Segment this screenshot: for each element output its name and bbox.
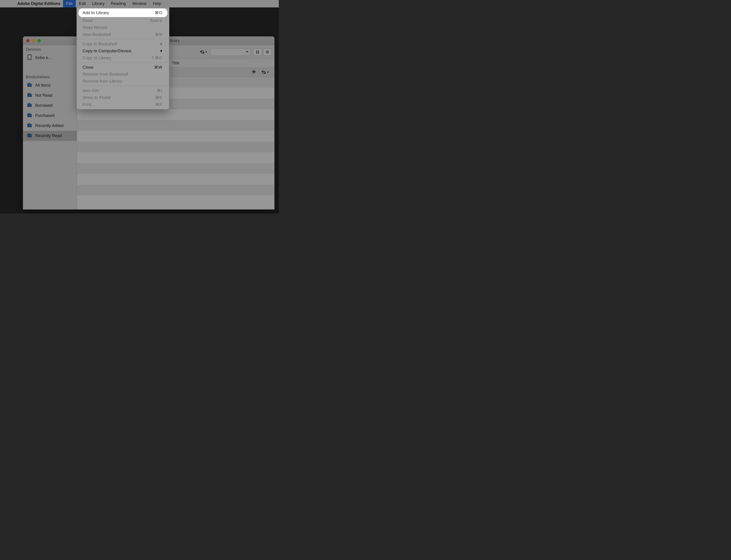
fullscreen-window-button[interactable] bbox=[37, 39, 41, 42]
list-view-button[interactable] bbox=[263, 48, 272, 56]
menu-item-label: Print... bbox=[83, 102, 95, 107]
sidebar-item-label: Borrowed bbox=[35, 103, 53, 108]
sidebar-item-purchased[interactable]: Purchased bbox=[23, 111, 77, 121]
grid-view-button[interactable] bbox=[253, 48, 262, 56]
table-row[interactable] bbox=[77, 152, 274, 163]
sidebar-item-label: Recently Added bbox=[35, 123, 64, 128]
menu-help[interactable]: Help bbox=[150, 0, 164, 7]
menu-shortcut: Space bbox=[150, 18, 162, 23]
bookshelf-icon bbox=[27, 133, 32, 139]
bookshelf-icon bbox=[27, 92, 32, 98]
svg-rect-23 bbox=[256, 52, 257, 53]
sidebar-item-recently-added[interactable]: Recently Added bbox=[23, 121, 77, 131]
sidebar: Devices Kobo e… Bookshelves All Items No… bbox=[23, 45, 77, 209]
menu-item-copy-to-computer-device[interactable]: Copy to Computer/Device bbox=[77, 47, 169, 54]
svg-rect-12 bbox=[28, 114, 29, 117]
svg-point-2 bbox=[29, 59, 30, 59]
gear-menu-button[interactable]: ▼ bbox=[200, 50, 208, 55]
menu-shortcut: ⌘P bbox=[155, 102, 162, 107]
menu-item-print: Print... ⌘P bbox=[77, 101, 169, 108]
svg-rect-29 bbox=[252, 71, 256, 72]
menu-shortcut: ⌘O bbox=[155, 10, 162, 15]
svg-rect-6 bbox=[28, 94, 29, 97]
sidebar-item-not-read[interactable]: Not Read bbox=[23, 90, 77, 101]
table-row[interactable] bbox=[77, 163, 274, 174]
menu-item-label: Show In Finder bbox=[83, 95, 111, 100]
menu-window[interactable]: Window bbox=[129, 0, 150, 7]
sidebar-item-label: Not Read bbox=[35, 93, 52, 98]
svg-rect-20 bbox=[31, 134, 32, 137]
menu-item-label: Read bbox=[83, 18, 93, 23]
gear-menu-button-secondary[interactable]: ▼ bbox=[261, 70, 269, 75]
menu-item-add-to-library[interactable]: Add to Library ⌘O bbox=[79, 9, 167, 17]
sidebar-item-label: Purchased bbox=[35, 113, 55, 118]
menu-item-copy-to-library: Copy to Library ⇧⌘O bbox=[77, 54, 169, 61]
ereader-icon bbox=[27, 54, 32, 61]
table-row[interactable] bbox=[77, 195, 274, 206]
menu-item-label: Copy to Bookshelf bbox=[83, 42, 117, 46]
svg-rect-3 bbox=[28, 83, 29, 87]
add-button[interactable] bbox=[252, 69, 256, 75]
chevron-down-icon bbox=[246, 51, 249, 53]
svg-rect-18 bbox=[28, 134, 29, 137]
svg-rect-25 bbox=[266, 51, 269, 51]
menu-item-close[interactable]: Close ⌘W bbox=[77, 64, 169, 71]
menu-item-label: Remove from Library bbox=[83, 79, 122, 84]
svg-rect-10 bbox=[29, 103, 30, 107]
sidebar-item-recently-read[interactable]: Recently Read bbox=[23, 131, 77, 141]
svg-rect-13 bbox=[29, 113, 30, 117]
table-row[interactable] bbox=[77, 174, 274, 185]
sidebar-device-item[interactable]: Kobo e… bbox=[23, 53, 77, 63]
svg-rect-26 bbox=[266, 52, 269, 52]
sidebar-bookshelves-header: Bookshelves bbox=[23, 73, 77, 80]
submenu-arrow-icon bbox=[161, 43, 162, 45]
svg-rect-4 bbox=[29, 83, 30, 87]
menu-item-new-bookshelf: New Bookshelf ⌘N bbox=[77, 31, 169, 38]
svg-rect-17 bbox=[31, 124, 32, 127]
bookshelf-icon bbox=[27, 123, 32, 129]
svg-rect-27 bbox=[266, 53, 269, 53]
mac-menu-bar: Adobe Digital Editions File Edit Library… bbox=[0, 0, 279, 7]
table-row[interactable] bbox=[77, 109, 274, 120]
menu-shortcut: ⇧⌘O bbox=[151, 55, 162, 60]
svg-rect-14 bbox=[31, 114, 32, 117]
sidebar-item-label: Recently Read bbox=[35, 133, 62, 138]
sidebar-item-borrowed[interactable]: Borrowed bbox=[23, 101, 77, 111]
menu-reading[interactable]: Reading bbox=[108, 0, 129, 7]
menu-library[interactable]: Library bbox=[89, 0, 108, 7]
table-row[interactable] bbox=[77, 120, 274, 131]
svg-rect-22 bbox=[258, 50, 259, 52]
menu-item-label: Add to Library bbox=[83, 10, 109, 15]
table-row[interactable] bbox=[77, 185, 274, 195]
svg-rect-5 bbox=[31, 84, 32, 87]
menu-item-read-recent: Read Recent bbox=[77, 24, 169, 31]
file-menu-dropdown: Add to Library ⌘O Read Space Read Recent… bbox=[77, 7, 169, 109]
svg-rect-7 bbox=[29, 93, 30, 97]
menu-item-label: Copy to Computer/Device bbox=[83, 48, 132, 53]
close-window-button[interactable] bbox=[26, 39, 30, 42]
bookshelf-icon bbox=[27, 82, 32, 88]
menu-item-label: Copy to Library bbox=[83, 55, 112, 60]
svg-rect-19 bbox=[29, 133, 30, 137]
svg-rect-21 bbox=[256, 50, 257, 52]
table-row[interactable] bbox=[77, 131, 274, 142]
table-row[interactable] bbox=[77, 142, 274, 152]
svg-rect-15 bbox=[28, 124, 29, 127]
sort-dropdown[interactable] bbox=[210, 48, 251, 56]
menu-edit[interactable]: Edit bbox=[76, 0, 89, 7]
menu-separator bbox=[77, 86, 169, 86]
svg-rect-24 bbox=[258, 52, 259, 53]
menu-item-remove-from-library: Remove from Library bbox=[77, 78, 169, 85]
app-name[interactable]: Adobe Digital Editions bbox=[15, 1, 63, 6]
sidebar-item-all-items[interactable]: All Items bbox=[23, 80, 77, 90]
sidebar-item-label: All Items bbox=[35, 83, 51, 88]
menu-item-label: Read Recent bbox=[83, 25, 107, 30]
svg-rect-16 bbox=[29, 123, 30, 127]
minimize-window-button[interactable] bbox=[32, 39, 35, 42]
menu-file[interactable]: File bbox=[63, 0, 76, 7]
menu-item-copy-to-bookshelf: Copy to Bookshelf bbox=[77, 40, 169, 47]
svg-rect-9 bbox=[28, 104, 29, 107]
menu-separator bbox=[77, 39, 169, 39]
sidebar-item-label: Kobo e… bbox=[35, 55, 52, 60]
menu-item-remove-from-bookshelf: Remove from Bookshelf bbox=[77, 71, 169, 78]
